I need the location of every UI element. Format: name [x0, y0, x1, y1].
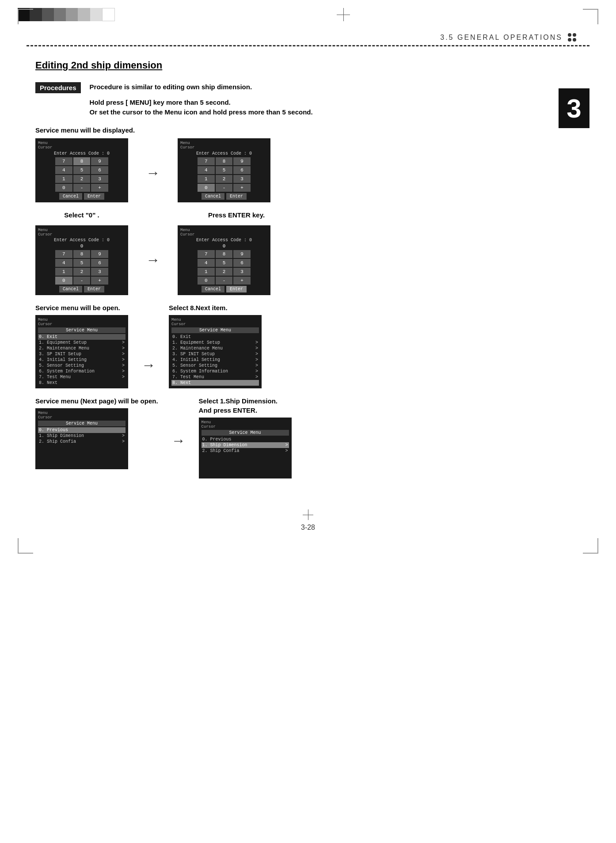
s2-numpad-3[interactable]: 3 [233, 175, 251, 183]
screen-pair-1: Menu Cursor Enter Access Code : 0 7 8 9 … [35, 138, 581, 202]
screen2-menu: Menu [180, 141, 190, 145]
s4-2[interactable]: 2 [216, 268, 233, 276]
s2-numpad-8[interactable]: 8 [216, 157, 233, 165]
svc2-item-1[interactable]: 1. Equipment Setup> [171, 340, 259, 346]
s3-2[interactable]: 2 [73, 268, 91, 276]
s2-numpad-plus[interactable]: + [233, 184, 251, 192]
page-number: 3-28 [0, 524, 616, 532]
screen-1: Menu Cursor Enter Access Code : 0 7 8 9 … [35, 138, 128, 202]
np2-item-2[interactable]: 2. Ship Confia> [202, 448, 289, 454]
svc2-item-3[interactable]: 3. SP INIT Setup> [171, 351, 259, 357]
select-ship-dim-label: Select 1.Ship Dimension. [199, 397, 278, 405]
s4-1[interactable]: 1 [198, 268, 215, 276]
svc1-item-7[interactable]: 7. Test Menu> [38, 374, 125, 380]
svc2-item-5[interactable]: 5. Sensor Setting> [171, 363, 259, 368]
s4-plus[interactable]: + [233, 277, 251, 285]
svc1-menu: Menu [38, 318, 48, 322]
arrow-3: → [128, 304, 169, 373]
s2-numpad-5[interactable]: 5 [216, 166, 233, 174]
svc2-item-6[interactable]: 6. System Information> [171, 368, 259, 374]
svc1-item-8[interactable]: 8. Next [38, 380, 125, 386]
s4-4[interactable]: 4 [198, 259, 215, 267]
svc2-item-2[interactable]: 2. Maintenance Menu> [171, 346, 259, 351]
s2-numpad-6[interactable]: 6 [233, 166, 251, 174]
np1-item-2[interactable]: 2. Ship Confia> [38, 439, 125, 444]
dot-group [568, 33, 576, 42]
s3-9[interactable]: 9 [91, 250, 108, 258]
next-page-open-label: Service menu (Next page) will be open. [35, 397, 158, 405]
s4-8[interactable]: 8 [216, 250, 233, 258]
screen3-enter-btn[interactable]: Enter [84, 286, 104, 292]
svc1-item-4[interactable]: 4. Initial Setting> [38, 357, 125, 363]
s3-7[interactable]: 7 [55, 250, 72, 258]
screen2-enter-btn[interactable]: Enter [226, 193, 247, 200]
procedures-description: Procedure is similar to editing own ship… [90, 82, 313, 118]
s3-plus[interactable]: + [91, 277, 108, 285]
s3-minus[interactable]: - [73, 277, 91, 285]
numpad-8[interactable]: 8 [73, 157, 91, 165]
svc2-item-8[interactable]: 8. Next [171, 380, 259, 386]
numpad-2[interactable]: 2 [73, 175, 91, 183]
np1-item-0[interactable]: 0. Previous [38, 427, 125, 433]
numpad-3[interactable]: 3 [91, 175, 108, 183]
svc1-item-0[interactable]: 0. Exit [38, 334, 125, 340]
s2-numpad-9[interactable]: 9 [233, 157, 251, 165]
s3-5[interactable]: 5 [73, 259, 91, 267]
np2-item-0[interactable]: 0. Previous [202, 437, 289, 442]
screen1-enter-btn[interactable]: Enter [84, 193, 104, 200]
svc2-title: Service Menu [171, 327, 259, 333]
numpad-4[interactable]: 4 [55, 166, 72, 174]
numpad-plus[interactable]: + [91, 184, 108, 192]
s3-4[interactable]: 4 [55, 259, 72, 267]
s4-3[interactable]: 3 [233, 268, 251, 276]
select-zero-label: Select "0" . [35, 211, 128, 219]
s2-numpad-0[interactable]: 0 [198, 184, 215, 192]
s2-numpad-2[interactable]: 2 [216, 175, 233, 183]
svc1-item-3[interactable]: 3. SP INIT Setup> [38, 351, 125, 357]
s4-7[interactable]: 7 [198, 250, 215, 258]
screen4-cancel-btn[interactable]: Cancel [202, 286, 224, 292]
arrow-2: → [146, 225, 160, 268]
s2-numpad-minus[interactable]: - [216, 184, 233, 192]
svc1-item-5[interactable]: 5. Sensor Setting> [38, 363, 125, 368]
screen4-enter-btn[interactable]: Enter [226, 286, 247, 292]
screen3-cursor: Cursor [38, 232, 52, 237]
s4-minus[interactable]: - [216, 277, 233, 285]
s4-0[interactable]: 0 [198, 277, 215, 285]
page-title: Editing 2nd ship dimension [35, 60, 581, 71]
numpad-9[interactable]: 9 [91, 157, 108, 165]
s3-1[interactable]: 1 [55, 268, 72, 276]
screen3-selected-val: 0 [38, 243, 125, 249]
s3-8[interactable]: 8 [73, 250, 91, 258]
numpad-5[interactable]: 5 [73, 166, 91, 174]
numpad-minus[interactable]: - [73, 184, 91, 192]
screen1-cancel-btn[interactable]: Cancel [59, 193, 82, 200]
s4-9[interactable]: 9 [233, 250, 251, 258]
svc1-item-6[interactable]: 6. System Information> [38, 368, 125, 374]
s3-6[interactable]: 6 [91, 259, 108, 267]
numpad-0[interactable]: 0 [55, 184, 72, 192]
s3-0[interactable]: 0 [55, 277, 72, 285]
numpad-6[interactable]: 6 [91, 166, 108, 174]
screen3-cancel-btn[interactable]: Cancel [59, 286, 82, 292]
s2-numpad-1[interactable]: 1 [198, 175, 215, 183]
s3-3[interactable]: 3 [91, 268, 108, 276]
svc2-item-4[interactable]: 4. Initial Setting> [171, 357, 259, 363]
svc1-item-2[interactable]: 2. Maintenance Menu> [38, 346, 125, 351]
np2-item-1[interactable]: 1. Ship Dimension> [202, 442, 289, 448]
footer-corners [0, 538, 616, 562]
s2-numpad-4[interactable]: 4 [198, 166, 215, 174]
s2-numpad-7[interactable]: 7 [198, 157, 215, 165]
np1-item-1[interactable]: 1. Ship Dimension> [38, 433, 125, 439]
numpad-7[interactable]: 7 [55, 157, 72, 165]
screen2-cancel-btn[interactable]: Cancel [202, 193, 224, 200]
numpad-1[interactable]: 1 [55, 175, 72, 183]
service-menu-display-label: Service menu will be displayed. [35, 126, 581, 134]
svc1-item-1[interactable]: 1. Equipment Setup> [38, 340, 125, 346]
np1-title: Service Menu [38, 421, 125, 426]
s4-5[interactable]: 5 [216, 259, 233, 267]
svc2-item-0[interactable]: 0. Exit [171, 334, 259, 340]
s4-6[interactable]: 6 [233, 259, 251, 267]
svc2-item-7[interactable]: 7. Test Menu> [171, 374, 259, 380]
procedures-badge: Procedures [35, 82, 81, 93]
